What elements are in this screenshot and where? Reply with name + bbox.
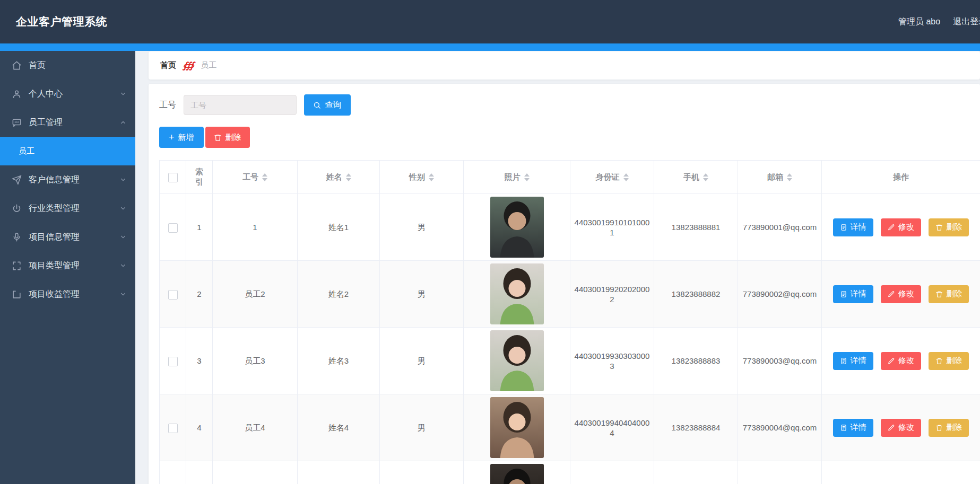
cell-gender: 男: [380, 194, 464, 261]
send-icon: [12, 175, 22, 185]
sort-icon[interactable]: [346, 173, 351, 181]
trash-icon: [935, 357, 943, 365]
sort-icon[interactable]: [429, 173, 434, 181]
col-phone[interactable]: 手机: [654, 161, 738, 194]
cell-job-no: [213, 461, 298, 484]
delete-button[interactable]: 删除: [929, 285, 969, 303]
sort-icon[interactable]: [787, 173, 792, 181]
chevron-down-icon: [119, 205, 127, 212]
chevron-down-icon: [119, 291, 127, 298]
cell-gender: 男: [380, 394, 464, 461]
col-gender[interactable]: 性别: [380, 161, 464, 194]
delete-button[interactable]: 删除: [929, 218, 969, 236]
cell-email: 773890003@qq.com: [738, 328, 822, 394]
sidebar-item-home[interactable]: 首页: [0, 51, 135, 80]
employee-table: 索引 工号 姓名 性别 照片 身份证 手机 邮箱 操作 1 1 姓名1 男 44…: [159, 160, 980, 484]
cell-actions: 详情 修改 删除: [822, 394, 980, 461]
header-right: 管理员 abo 退出登录: [898, 0, 980, 43]
brackets-icon: [12, 261, 22, 271]
detail-button[interactable]: 详情: [833, 218, 873, 236]
job-no-input[interactable]: [184, 95, 297, 115]
sidebar-item-project-type[interactable]: 项目类型管理: [0, 251, 135, 280]
col-photo[interactable]: 照片: [464, 161, 570, 194]
edit-button[interactable]: 修改: [881, 285, 921, 303]
trash-icon: [214, 134, 222, 142]
cell-email: 773890002@qq.com: [738, 261, 822, 328]
document-icon: [840, 291, 847, 298]
col-job-no[interactable]: 工号: [213, 161, 298, 194]
col-actions: 操作: [822, 161, 980, 194]
edit-button[interactable]: 修改: [881, 218, 921, 236]
detail-button[interactable]: 详情: [833, 352, 873, 370]
chevron-up-icon: [119, 119, 127, 126]
breadcrumb: 首页 ∰ 员工: [149, 51, 980, 80]
user-icon: [12, 89, 22, 99]
cell-name: 姓名4: [298, 394, 380, 461]
pencil-icon: [888, 424, 895, 432]
sidebar-item-employee-mgmt[interactable]: 员工管理: [0, 108, 135, 137]
chevron-down-icon: [119, 233, 127, 241]
detail-button[interactable]: 详情: [833, 285, 873, 303]
cell-phone: 13823888882: [654, 261, 738, 328]
cell-email: 773890001@qq.com: [738, 194, 822, 261]
employee-photo: [490, 397, 544, 458]
content-card: 工号 查询 + 新增 删除 索引 工号 姓名 性别: [149, 84, 980, 484]
cell-actions: 详情 修改 删除: [822, 261, 980, 328]
select-all-checkbox[interactable]: [168, 173, 178, 182]
delete-button[interactable]: 删除: [929, 419, 969, 437]
row-checkbox[interactable]: [168, 357, 178, 366]
sort-icon[interactable]: [623, 173, 629, 181]
edit-button[interactable]: 修改: [881, 352, 921, 370]
sidebar-item-project-info[interactable]: 项目信息管理: [0, 223, 135, 251]
delete-button[interactable]: 删除: [929, 352, 969, 370]
breadcrumb-current: 员工: [201, 60, 216, 71]
sort-icon[interactable]: [524, 173, 530, 181]
sidebar-item-industry-type[interactable]: 行业类型管理: [0, 194, 135, 223]
cell-index: 3: [186, 328, 213, 394]
trash-icon: [935, 424, 943, 432]
col-index: 索引: [186, 161, 213, 194]
search-form: 工号 查询: [159, 94, 980, 116]
breadcrumb-home[interactable]: 首页: [160, 60, 176, 71]
col-email[interactable]: 邮箱: [738, 161, 822, 194]
table-row: 详情 修改 删除: [160, 461, 980, 484]
sidebar-item-profile[interactable]: 个人中心: [0, 80, 135, 108]
add-button[interactable]: + 新增: [159, 127, 204, 148]
edit-button[interactable]: 修改: [881, 419, 921, 437]
cell-id-card: 440300199202020002: [570, 261, 654, 328]
job-no-label: 工号: [159, 100, 176, 111]
detail-button[interactable]: 详情: [833, 419, 873, 437]
logout-link[interactable]: 退出登录: [953, 16, 980, 28]
pencil-icon: [888, 224, 895, 231]
chevron-down-icon: [119, 90, 127, 98]
chevron-down-icon: [119, 262, 127, 269]
employee-photo: [490, 330, 544, 391]
sidebar-item-project-revenue[interactable]: 项目收益管理: [0, 280, 135, 309]
row-checkbox[interactable]: [168, 223, 178, 233]
col-name[interactable]: 姓名: [298, 161, 380, 194]
row-checkbox[interactable]: [168, 290, 178, 300]
row-checkbox[interactable]: [168, 424, 178, 433]
cell-id-card: 440300199303030003: [570, 328, 654, 394]
frame-icon: [12, 289, 22, 300]
app-header: 企业客户管理系统 管理员 abo 退出登录: [0, 0, 980, 43]
cell-name: 姓名3: [298, 328, 380, 394]
cell-actions: 详情 修改 删除: [822, 194, 980, 261]
plus-icon: +: [169, 133, 175, 142]
cell-actions: 详情 修改 删除: [822, 328, 980, 394]
cell-gender: 男: [380, 261, 464, 328]
sidebar-item-employee[interactable]: 员工: [0, 137, 135, 165]
cell-name: 姓名1: [298, 194, 380, 261]
col-id-card[interactable]: 身份证: [570, 161, 654, 194]
cell-job-no: 员工2: [213, 261, 298, 328]
sort-icon[interactable]: [703, 173, 708, 181]
sidebar-item-customer-info[interactable]: 客户信息管理: [0, 165, 135, 194]
cell-email: 773890004@qq.com: [738, 394, 822, 461]
admin-user-label: 管理员 abo: [898, 16, 940, 28]
sort-icon[interactable]: [262, 173, 267, 181]
query-button[interactable]: 查询: [304, 94, 351, 116]
bulk-delete-button[interactable]: 删除: [205, 127, 250, 148]
cell-job-no: 员工4: [213, 394, 298, 461]
trash-icon: [935, 224, 943, 231]
cell-index: [186, 461, 213, 484]
